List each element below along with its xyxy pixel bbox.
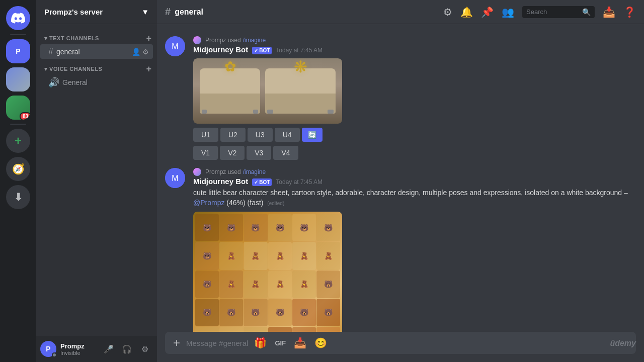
server-header[interactable]: Prompz's server ▼ bbox=[36, 0, 157, 24]
bear-cell: 🧸 bbox=[219, 270, 243, 298]
notification-bell-icon[interactable]: 🔔 bbox=[460, 6, 473, 18]
v4-button[interactable]: V4 bbox=[273, 146, 298, 160]
gift-icon[interactable]: 🎁 bbox=[254, 337, 267, 349]
message-body-2: cute little bear character sheet, cartoo… bbox=[193, 189, 628, 197]
bear-grid: 🐻 🐻 🐻 🐻 🐻 🐻 🐻 🧸 🧸 🧸 🧸 bbox=[193, 212, 342, 332]
channel-name-general: general bbox=[56, 48, 80, 56]
search-bar[interactable]: Search 🔍 bbox=[522, 6, 595, 18]
category-label: ▾ TEXT CHANNELS bbox=[44, 35, 99, 42]
u3-button[interactable]: U3 bbox=[248, 128, 273, 142]
server-prompz-letter: P bbox=[16, 47, 20, 55]
members-icon[interactable]: 👥 bbox=[502, 6, 514, 18]
bears-image: 🐻 🐻 🐻 🐻 🐻 🐻 🐻 🧸 🧸 🧸 🧸 bbox=[193, 212, 342, 332]
message-timestamp-2: Today at 7:45 AM bbox=[276, 178, 323, 186]
message-header-1: Midjourney Bot ✓ BOT Today at 7:45 AM bbox=[193, 45, 636, 54]
deafen-button[interactable]: 🎧 bbox=[119, 341, 135, 357]
channel-list: ▾ TEXT CHANNELS + # general 👤 ⚙ ▾ VOICE … bbox=[36, 24, 157, 336]
channel-item-general-voice[interactable]: 🔊 General bbox=[40, 75, 153, 90]
hash-icon: # bbox=[165, 6, 171, 18]
u1-button[interactable]: U1 bbox=[193, 128, 218, 142]
u-buttons-row: U1 U2 U3 U4 🔄 bbox=[193, 128, 636, 142]
used-by-row-2: Prompz used /imagine bbox=[193, 168, 636, 176]
server-icon-prompz[interactable]: P bbox=[6, 39, 30, 63]
compass-icon: 🧭 bbox=[12, 163, 25, 175]
explore-button[interactable]: 🧭 bbox=[6, 157, 30, 181]
server-badge: 83 bbox=[20, 112, 30, 120]
voice-channels-category[interactable]: ▾ VOICE CHANNELS + bbox=[36, 63, 157, 75]
message-content-2: Prompz used /imagine Midjourney Bot ✓ BO… bbox=[193, 168, 636, 332]
add-icon: + bbox=[15, 134, 22, 148]
input-actions: 🎁 GIF 📥 😊 bbox=[254, 337, 327, 349]
help-icon[interactable]: ❓ bbox=[623, 6, 636, 18]
bear-cell: 🧸 bbox=[244, 327, 267, 332]
used-command[interactable]: /imagine bbox=[243, 37, 266, 44]
image-attachment-sofa[interactable]: ✿ ❋ bbox=[193, 58, 342, 124]
bear-cell: 🐻 bbox=[292, 214, 316, 241]
v-buttons-row: V1 V2 V3 V4 bbox=[193, 146, 636, 160]
bear-cell: 🐻 bbox=[292, 299, 316, 326]
server-icon-3[interactable]: 83 bbox=[6, 96, 30, 120]
used-command-2[interactable]: /imagine bbox=[243, 168, 266, 175]
message-input-bar: + Message #general 🎁 GIF 📥 😊 bbox=[165, 332, 636, 354]
messages-area[interactable]: M Prompz used /imagine Midjourney Bot ✓ … bbox=[157, 24, 644, 332]
bot-badge-1: ✓ BOT bbox=[252, 47, 272, 54]
left-sofa: ✿ bbox=[200, 68, 260, 114]
bear-cell: 🐻 bbox=[195, 242, 219, 269]
user-area: P Prompz Invisible 🎤 🎧 ⚙ bbox=[36, 336, 157, 362]
refresh-button[interactable]: 🔄 bbox=[302, 128, 323, 142]
add-file-button[interactable]: + bbox=[173, 336, 180, 350]
u2-button[interactable]: U2 bbox=[220, 128, 246, 142]
server-name: Prompz's server bbox=[44, 8, 103, 16]
user-avatar: P bbox=[40, 341, 56, 357]
download-button[interactable]: ⬇ bbox=[6, 185, 30, 209]
bear-cell: 🐻 bbox=[195, 214, 219, 241]
svg-text:M: M bbox=[172, 174, 178, 183]
message-group-2: M Prompz used /imagine Midjourney Bot ✓ … bbox=[157, 166, 644, 332]
inbox-icon[interactable]: 📥 bbox=[603, 6, 615, 18]
mention-2: @Prompz bbox=[193, 199, 224, 207]
image-attachment-bears[interactable]: 🐻 🐻 🐻 🐻 🐻 🐻 🐻 🧸 🧸 🧸 🧸 bbox=[193, 212, 342, 332]
main-content: # general ⚙ 🔔 📌 👥 Search 🔍 📥 ❓ M bbox=[157, 0, 644, 362]
add-voice-channel-button[interactable]: + bbox=[145, 65, 153, 73]
add-member-icon[interactable]: 👤 bbox=[132, 48, 140, 56]
right-sofa: ❋ bbox=[265, 68, 336, 114]
bear-cell: 🐻 bbox=[316, 270, 340, 298]
avatar-letter: P bbox=[46, 345, 50, 353]
top-bar-actions: ⚙ 🔔 📌 👥 Search 🔍 📥 ❓ bbox=[443, 6, 636, 18]
bear-cell: 🐻 bbox=[244, 214, 267, 241]
v2-button[interactable]: V2 bbox=[220, 146, 245, 160]
sticker-icon[interactable]: 📥 bbox=[294, 337, 306, 349]
server-divider-2 bbox=[10, 124, 26, 125]
add-channel-button[interactable]: + bbox=[145, 34, 153, 42]
threads-icon[interactable]: ⚙ bbox=[443, 6, 452, 18]
add-server-button[interactable]: + bbox=[6, 129, 30, 153]
server-icon-2[interactable] bbox=[6, 67, 30, 92]
message-group-1: M Prompz used /imagine Midjourney Bot ✓ … bbox=[157, 32, 644, 162]
bear-cell: 🐻 bbox=[316, 214, 340, 241]
emoji-icon[interactable]: 😊 bbox=[314, 337, 327, 349]
pin-icon[interactable]: 📌 bbox=[481, 6, 494, 18]
bear-cell: 🐻 bbox=[219, 214, 243, 241]
bear-cell: 🧸 bbox=[195, 327, 219, 332]
discord-home-button[interactable] bbox=[6, 6, 30, 30]
v3-button[interactable]: V3 bbox=[247, 146, 271, 160]
svg-text:M: M bbox=[172, 42, 178, 51]
message-placeholder: Message #general bbox=[186, 339, 248, 347]
u4-button[interactable]: U4 bbox=[275, 128, 300, 142]
v1-button[interactable]: V1 bbox=[193, 146, 218, 160]
download-icon: ⬇ bbox=[14, 191, 23, 203]
channel-item-general[interactable]: # general 👤 ⚙ bbox=[40, 44, 153, 59]
server-divider bbox=[10, 34, 26, 35]
status-dot bbox=[52, 352, 57, 357]
settings-icon[interactable]: ⚙ bbox=[142, 48, 149, 56]
category-actions: + bbox=[145, 34, 153, 42]
user-info: Prompz Invisible bbox=[60, 342, 97, 356]
user-settings-button[interactable]: ⚙ bbox=[137, 341, 153, 357]
voice-channel-name: General bbox=[62, 78, 88, 86]
mute-button[interactable]: 🎤 bbox=[101, 341, 117, 357]
bear-cell: 🐻 bbox=[268, 327, 292, 332]
gif-button[interactable]: GIF bbox=[275, 339, 286, 347]
chevron-down-icon: ▼ bbox=[141, 8, 149, 16]
bot-author-2: Midjourney Bot bbox=[193, 177, 248, 186]
text-channels-category[interactable]: ▾ TEXT CHANNELS + bbox=[36, 32, 157, 44]
